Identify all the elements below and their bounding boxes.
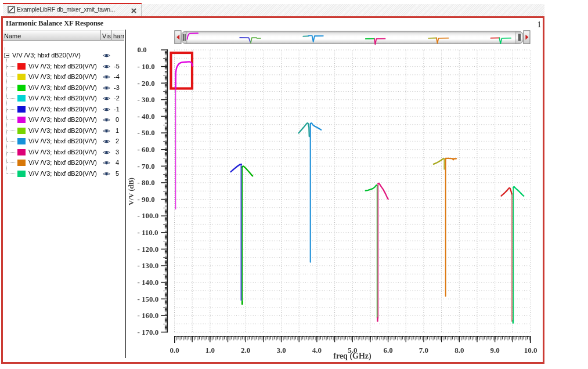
svg-text:- 160.0: - 160.0 [138, 311, 159, 320]
svg-text:- 140.0: - 140.0 [138, 278, 159, 287]
svg-text:7.0: 7.0 [419, 346, 428, 354]
svg-text:2.0: 2.0 [241, 346, 250, 354]
svg-text:3.0: 3.0 [276, 346, 286, 354]
svg-text:6.0: 6.0 [383, 346, 392, 354]
svg-text:1: 1 [538, 20, 542, 29]
svg-text:- 20.0: - 20.0 [138, 79, 155, 88]
svg-text:- 170.0: - 170.0 [138, 328, 159, 337]
svg-text:- 100.0: - 100.0 [138, 211, 159, 220]
svg-text:- 120.0: - 120.0 [138, 245, 159, 254]
svg-text:- 80.0: - 80.0 [138, 178, 155, 187]
svg-text:1.0: 1.0 [205, 346, 215, 354]
svg-text:- 50.0: - 50.0 [138, 128, 155, 137]
svg-text:V/V (dB): V/V (dB) [127, 178, 135, 205]
svg-text:8.0: 8.0 [454, 346, 464, 354]
svg-text:- 90.0: - 90.0 [138, 195, 155, 204]
svg-text:- 60.0: - 60.0 [138, 145, 155, 154]
svg-text:freq (GHz): freq (GHz) [333, 352, 371, 361]
svg-text:- 150.0: - 150.0 [138, 295, 159, 303]
svg-text:9.0: 9.0 [490, 346, 500, 354]
svg-text:- 30.0: - 30.0 [138, 95, 155, 104]
svg-text:- 70.0: - 70.0 [138, 162, 155, 171]
svg-text:0.0: 0.0 [138, 45, 147, 54]
svg-text:- 130.0: - 130.0 [138, 261, 159, 270]
svg-text:- 10.0: - 10.0 [138, 62, 155, 71]
svg-text:- 40.0: - 40.0 [138, 112, 155, 121]
svg-text:10.0: 10.0 [524, 346, 538, 354]
svg-text:- 110.0: - 110.0 [138, 228, 158, 237]
svg-text:4.0: 4.0 [312, 346, 322, 354]
svg-text:0.0: 0.0 [169, 346, 179, 354]
